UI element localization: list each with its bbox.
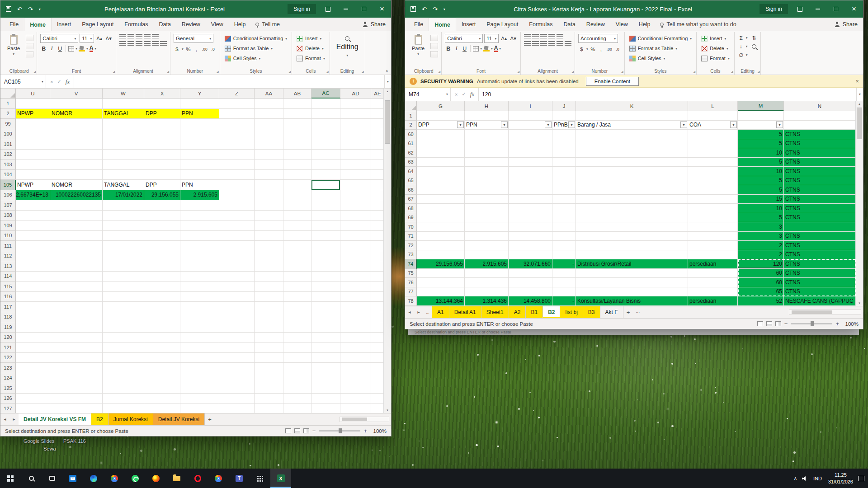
cell-x116[interactable] — [144, 292, 180, 302]
row-header-111[interactable]: 111 — [0, 241, 16, 251]
ribbon-tab-page-layout[interactable]: Page Layout — [481, 18, 524, 31]
right-vertical-scrollbar[interactable]: ▴ ▾ — [855, 101, 863, 306]
accounting-format-icon[interactable]: $ — [578, 45, 585, 53]
cell-u123[interactable] — [16, 363, 50, 373]
cell-g61[interactable] — [417, 139, 465, 149]
cell-w120[interactable] — [103, 333, 144, 343]
cell-ac2[interactable] — [311, 109, 340, 119]
cell-m76[interactable]: 60 — [738, 278, 784, 287]
row-header-126[interactable]: 126 — [0, 394, 16, 404]
cell-x122[interactable] — [144, 353, 180, 363]
cell-l78[interactable]: persediaan — [688, 296, 738, 306]
cell-ad1[interactable] — [340, 99, 371, 109]
borders-dropdown-icon[interactable]: ▾ — [480, 47, 482, 51]
row-header-105[interactable]: 105 — [0, 180, 16, 190]
cell-g67[interactable] — [417, 195, 465, 204]
cell-j67[interactable] — [552, 195, 576, 204]
cell-k69[interactable] — [576, 213, 688, 223]
cell-ac122[interactable] — [311, 353, 340, 363]
borders-dropdown-icon[interactable]: ▾ — [75, 47, 77, 51]
cell-v101[interactable] — [50, 139, 103, 150]
zoom-in-button[interactable]: + — [363, 427, 367, 434]
cell-aa109[interactable] — [255, 221, 283, 231]
cell-w121[interactable] — [103, 343, 144, 353]
increase-indent-icon[interactable] — [557, 41, 563, 46]
cell-aa118[interactable] — [255, 312, 283, 323]
cell-ab111[interactable] — [283, 241, 311, 251]
cell-ae106[interactable] — [371, 190, 383, 201]
cell-v126[interactable] — [50, 394, 103, 404]
cell-ae104[interactable] — [371, 170, 383, 180]
cell-v2[interactable]: NOMOR — [50, 109, 103, 119]
cell-z109[interactable] — [219, 221, 255, 231]
cell-m66[interactable]: 5 — [738, 185, 784, 195]
cell-ae124[interactable] — [371, 373, 383, 384]
cell-aa124[interactable] — [255, 373, 283, 384]
align-right-icon[interactable] — [136, 41, 142, 46]
row-header-63[interactable]: 63 — [405, 158, 417, 167]
cell-j69[interactable] — [552, 213, 576, 223]
save-icon[interactable] — [6, 6, 11, 12]
row-header-119[interactable]: 119 — [0, 322, 16, 333]
cell-u100[interactable] — [16, 129, 50, 140]
taskbar-excel-button[interactable]: X — [270, 469, 291, 488]
cell-z121[interactable] — [219, 343, 255, 353]
maximize-button[interactable] — [355, 0, 373, 18]
row-header-73[interactable]: 73 — [405, 250, 417, 260]
cell-v107[interactable] — [50, 200, 103, 211]
cell-l76[interactable] — [688, 278, 738, 287]
cell-ac119[interactable] — [311, 322, 340, 333]
cell-y113[interactable] — [180, 261, 219, 272]
cell-y111[interactable] — [180, 241, 219, 251]
row-header-100[interactable]: 100 — [0, 129, 16, 140]
cell-ae119[interactable] — [371, 322, 383, 333]
dialog-launcher-editing[interactable]: ◢ — [361, 70, 363, 74]
cell-v111[interactable] — [50, 241, 103, 251]
cell-u99[interactable] — [16, 119, 50, 129]
row-header-74[interactable]: 74 — [405, 259, 417, 269]
cell-n63[interactable]: CTNS — [784, 158, 855, 167]
cell-x110[interactable] — [144, 231, 180, 241]
merge-center-icon[interactable] — [160, 41, 167, 46]
cell-j70[interactable] — [552, 222, 576, 232]
column-header-k[interactable]: K — [576, 101, 688, 111]
cell-u114[interactable] — [16, 272, 50, 282]
cell-aa121[interactable] — [255, 343, 283, 353]
cell-ab119[interactable] — [283, 322, 311, 333]
row-header-116[interactable]: 116 — [0, 292, 16, 302]
cell-ae113[interactable] — [371, 261, 383, 272]
cell-y121[interactable] — [180, 343, 219, 353]
cell-v119[interactable] — [50, 322, 103, 333]
cell-w112[interactable] — [103, 251, 144, 262]
cell-ab127[interactable] — [283, 404, 311, 413]
desktop-icon-label[interactable]: PSAK 116 — [63, 438, 86, 444]
undo-icon[interactable]: ↶ — [17, 6, 22, 13]
cell-g76[interactable] — [417, 278, 465, 287]
qat-customize-icon[interactable]: ▾ — [39, 7, 41, 11]
cell-ae102[interactable] — [371, 150, 383, 160]
cell-w124[interactable] — [103, 373, 144, 384]
cell-ad105[interactable] — [340, 180, 371, 190]
collapse-ribbon-icon[interactable]: ∧ — [385, 69, 388, 73]
zoom-thumb[interactable] — [811, 321, 814, 326]
cell-m77[interactable]: 65 — [738, 287, 784, 297]
cell-m75[interactable]: 60 — [738, 269, 784, 278]
action-center-icon[interactable] — [858, 476, 864, 481]
cell-ab126[interactable] — [283, 394, 311, 404]
column-header-j[interactable]: J — [552, 101, 576, 111]
insert-function-icon[interactable]: fx — [470, 91, 474, 98]
cell-x121[interactable] — [144, 343, 180, 353]
cell-aa107[interactable] — [255, 200, 283, 211]
cell-y125[interactable] — [180, 383, 219, 394]
tell-me-box[interactable]: Tell me what you want to do — [656, 18, 741, 31]
cell-ab123[interactable] — [283, 363, 311, 373]
cell-n76[interactable]: CTNS — [784, 278, 855, 287]
accounting-dropdown-icon[interactable]: ▾ — [586, 47, 588, 51]
row-header-71[interactable]: 71 — [405, 232, 417, 241]
cell-y122[interactable] — [180, 353, 219, 363]
cell-k77[interactable] — [576, 287, 688, 297]
cell-h67[interactable] — [465, 195, 509, 204]
cell-w117[interactable] — [103, 302, 144, 312]
cell-y107[interactable] — [180, 200, 219, 211]
cell-m64[interactable]: 10 — [738, 167, 784, 176]
